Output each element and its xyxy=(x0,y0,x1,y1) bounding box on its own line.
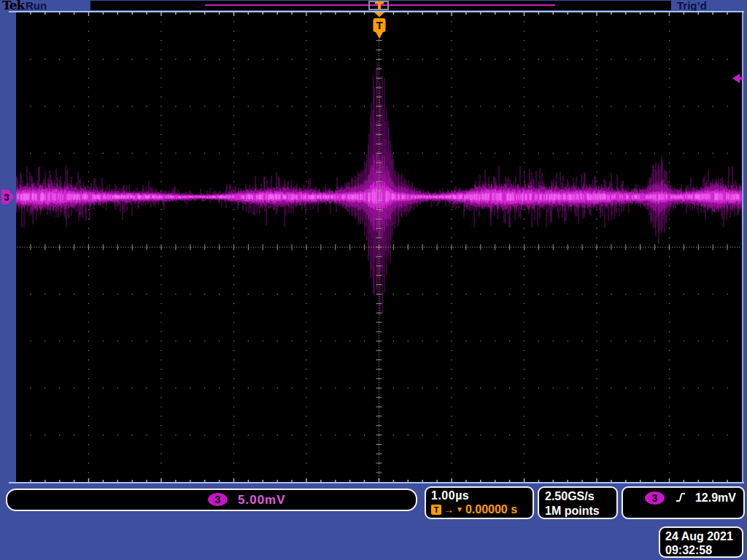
channel-3-scale: 5.00mV xyxy=(238,493,286,508)
oscilloscope-screen: Tek Run Trig’d T 3 3 5.00mV xyxy=(0,0,747,560)
trigger-source-badge: 3 xyxy=(645,491,665,505)
trigger-readout[interactable]: 3 12.9mV xyxy=(622,486,745,519)
channel-3-ground-marker[interactable]: 3 xyxy=(1,189,15,205)
horizontal-position-value: 0.00000 s xyxy=(465,503,517,516)
timebase-value: 1.00µs xyxy=(431,489,533,502)
trigger-status: Trig’d xyxy=(677,0,707,12)
graticule-bottom-border xyxy=(9,482,744,483)
trigger-level-value: 12.9mV xyxy=(695,491,736,505)
svg-text:3: 3 xyxy=(4,192,9,203)
trigger-point-flag-icon[interactable]: T xyxy=(371,12,388,40)
time-value: 09:32:58 xyxy=(665,543,742,557)
channel-3-badge: 3 xyxy=(208,493,228,506)
arrow-right-icon: → xyxy=(444,505,454,515)
rising-edge-icon xyxy=(676,491,686,503)
record-overview-bar xyxy=(90,1,671,10)
trigger-t-icon: T xyxy=(431,505,441,515)
trigger-level-marker[interactable] xyxy=(732,74,743,83)
datetime-readout: 24 Aug 2021 09:32:58 xyxy=(659,526,743,558)
record-length-value: 1M points xyxy=(545,504,616,518)
acquisition-state: Run xyxy=(26,0,47,12)
graticule xyxy=(16,12,742,482)
sample-rate-value: 2.50GS/s xyxy=(545,489,616,504)
arrow-down-icon: ▼ xyxy=(456,505,463,515)
channel-3-readout[interactable]: 3 5.00mV xyxy=(6,489,417,511)
status-bar: Tek Run Trig’d xyxy=(0,0,747,11)
horizontal-position-row: T → ▼ 0.00000 s xyxy=(431,503,533,516)
waveform-display xyxy=(16,12,742,482)
date-value: 24 Aug 2021 xyxy=(665,529,742,543)
horizontal-readout[interactable]: 1.00µs T → ▼ 0.00000 s xyxy=(425,486,534,519)
acquisition-readout[interactable]: 2.50GS/s 1M points xyxy=(538,486,618,519)
svg-text:T: T xyxy=(376,19,382,31)
trigger-position-marker-icon xyxy=(374,1,385,10)
